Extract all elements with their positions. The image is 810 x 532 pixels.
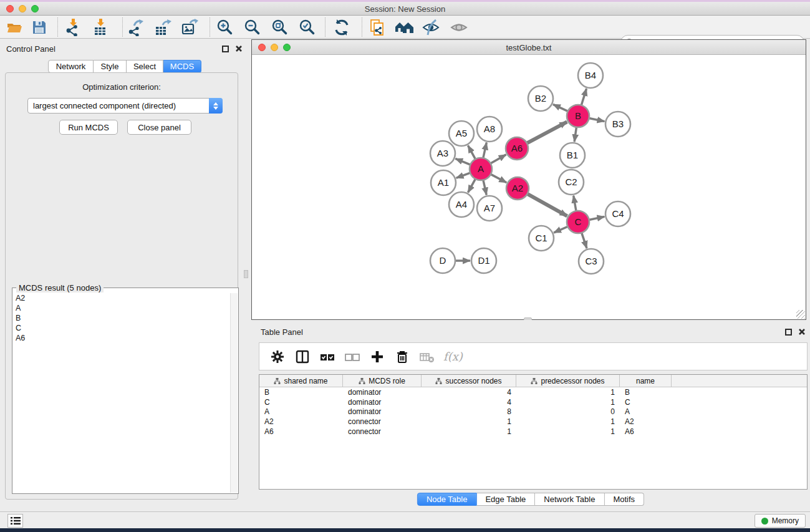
edge-C-C3[interactable] <box>582 233 587 248</box>
show-graphics-icon[interactable] <box>450 18 468 37</box>
node-label-D: D <box>440 255 446 266</box>
column-header-MCDS-role[interactable]: MCDS role <box>343 375 422 387</box>
delete-table-icon-disabled <box>418 348 436 365</box>
result-item[interactable]: B <box>14 313 229 323</box>
unselect-all-columns-icon[interactable] <box>344 348 361 365</box>
column-header-name[interactable]: name <box>620 375 672 387</box>
close-panel-button[interactable]: Close panel <box>127 120 191 135</box>
export-network-icon[interactable] <box>127 18 145 37</box>
network-window-titlebar[interactable]: testGlobe.txt <box>252 40 806 55</box>
edge-A-A8[interactable] <box>483 142 486 158</box>
table-cell: dominator <box>343 388 422 397</box>
criterion-dropdown[interactable]: largest connected component (directed) <box>27 98 223 114</box>
tab-node-table[interactable]: Node Table <box>417 493 477 506</box>
edge-B-B1[interactable] <box>574 127 576 142</box>
list-icon <box>11 516 21 525</box>
import-table-icon[interactable] <box>91 18 110 37</box>
zoom-in-icon[interactable] <box>216 18 234 37</box>
hide-graphics-icon[interactable] <box>422 18 440 37</box>
column-header-successor-nodes[interactable]: successor nodes <box>422 375 516 387</box>
edge-B-B2[interactable] <box>553 104 568 111</box>
column-header-predecessor-nodes[interactable]: predecessor nodes <box>516 375 620 387</box>
tab-network-table[interactable]: Network Table <box>535 493 604 506</box>
edge-B-B4[interactable] <box>581 89 586 105</box>
node-label-B2: B2 <box>535 93 546 104</box>
mcds-result-list[interactable]: A2ABCA6 <box>14 293 229 492</box>
edge-A-A7[interactable] <box>483 180 486 195</box>
save-session-icon[interactable] <box>30 18 49 37</box>
node-label-A5: A5 <box>456 128 467 138</box>
control-panel: Control Panel NetworkStyleSelectMCDS Opt… <box>0 39 243 511</box>
node-table[interactable]: shared nameMCDS rolesuccessor nodesprede… <box>259 374 808 490</box>
node-label-B: B <box>575 110 581 121</box>
result-item[interactable]: A6 <box>14 333 229 343</box>
zoom-selected-icon[interactable] <box>298 18 317 37</box>
tab-network[interactable]: Network <box>48 60 94 73</box>
table-close-icon[interactable] <box>798 327 806 336</box>
task-history-button[interactable] <box>7 514 23 528</box>
float-panel-icon[interactable] <box>222 46 229 52</box>
edge-B-B3[interactable] <box>589 118 605 122</box>
zoom-fit-icon[interactable] <box>271 18 289 37</box>
table-row[interactable]: Adominator80A <box>259 407 807 417</box>
table-cell: 1 <box>516 398 620 407</box>
table-float-icon[interactable] <box>785 329 792 336</box>
zoom-out-icon[interactable] <box>243 18 262 37</box>
node-table-header[interactable]: shared nameMCDS rolesuccessor nodesprede… <box>259 375 807 387</box>
apply-layout-icon[interactable] <box>332 18 351 37</box>
network-canvas[interactable]: B4B2BB3A5A8A6B1A3AA1C2A2A4A7CC4C1C3DD1 <box>252 55 806 319</box>
select-all-columns-icon[interactable] <box>319 348 336 365</box>
open-session-icon[interactable] <box>5 18 24 37</box>
main-titlebar: Session: New Session <box>0 2 810 16</box>
table-cell: 0 <box>516 407 620 416</box>
edge-A-A5[interactable] <box>468 145 476 159</box>
toolbar-separator <box>122 17 123 37</box>
run-mcds-button[interactable]: Run MCDS <box>59 120 118 135</box>
edge-C-C1[interactable] <box>554 226 567 233</box>
table-row[interactable]: Cdominator41C <box>259 397 807 407</box>
table-cell: A2 <box>620 417 672 426</box>
import-network-icon[interactable] <box>64 18 82 37</box>
edge-C-C4[interactable] <box>589 216 605 220</box>
edge-A-A4[interactable] <box>468 179 476 193</box>
create-column-icon[interactable] <box>369 348 386 365</box>
toolbar-separator <box>57 17 58 37</box>
tab-edge-table[interactable]: Edge Table <box>476 493 535 506</box>
panel-divider-grip[interactable] <box>244 270 248 278</box>
show-columns-icon[interactable] <box>294 348 311 365</box>
edge-A-A2[interactable] <box>491 174 506 182</box>
column-header-shared-name[interactable]: shared name <box>259 375 343 387</box>
table-row[interactable]: A2connector11A2 <box>259 417 807 427</box>
tab-style[interactable]: Style <box>94 60 127 73</box>
node-table-body: Bdominator41BCdominator41CAdominator80AA… <box>259 387 807 436</box>
edge-A2-C[interactable] <box>528 194 567 216</box>
close-panel-icon[interactable] <box>234 44 243 53</box>
result-item[interactable]: C <box>14 323 229 333</box>
result-scrollbar[interactable] <box>230 293 238 493</box>
tab-motifs[interactable]: Motifs <box>604 493 644 506</box>
delete-column-icon[interactable] <box>393 348 411 365</box>
export-table-icon[interactable] <box>153 18 172 37</box>
edge-A-A1[interactable] <box>456 173 470 178</box>
edge-A-A3[interactable] <box>455 158 470 165</box>
result-item[interactable]: A2 <box>14 293 229 303</box>
result-item[interactable]: A <box>14 303 229 313</box>
table-row[interactable]: Bdominator41B <box>259 387 807 397</box>
table-settings-gear-icon[interactable] <box>269 348 286 365</box>
node-label-A4: A4 <box>456 199 467 210</box>
edge-C-C2[interactable] <box>574 196 576 211</box>
tab-mcds[interactable]: MCDS <box>163 60 201 73</box>
home-icon[interactable] <box>395 18 413 37</box>
tab-select[interactable]: Select <box>127 60 163 73</box>
new-network-icon[interactable] <box>369 18 387 37</box>
function-builder-icon: f(x) <box>443 350 463 363</box>
table-cell: 4 <box>422 388 516 397</box>
memory-button[interactable]: Memory <box>755 514 806 528</box>
export-image-icon[interactable] <box>180 18 199 37</box>
table-panel: Table Panel f(x) <box>251 320 810 511</box>
table-row[interactable]: A6connector11A6 <box>259 427 807 437</box>
node-label-C4: C4 <box>612 208 624 219</box>
window-resize-grip[interactable] <box>796 310 805 319</box>
edge-A6-B[interactable] <box>527 122 567 143</box>
edge-A-A6[interactable] <box>491 155 506 163</box>
